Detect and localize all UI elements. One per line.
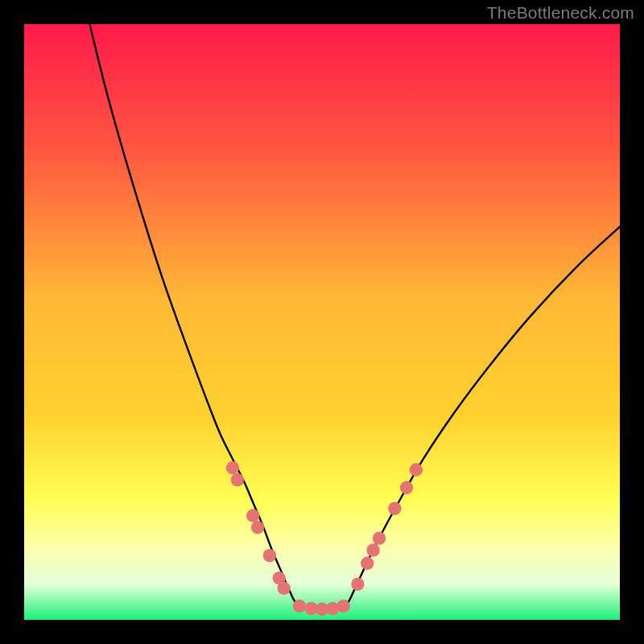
curve-marker — [226, 461, 239, 474]
curve-marker — [361, 557, 374, 570]
chart-svg — [24, 24, 620, 620]
plot-area — [24, 24, 620, 620]
curve-marker — [277, 582, 290, 595]
curve-marker — [293, 600, 306, 613]
curve-marker — [246, 509, 259, 522]
watermark-label: TheBottleneck.com — [487, 3, 634, 23]
curve-marker — [373, 531, 386, 544]
curve-marker — [351, 577, 364, 590]
curve-marker — [231, 473, 244, 486]
curve-marker — [263, 549, 276, 562]
curve-marker — [336, 600, 349, 613]
gradient-bg — [24, 24, 620, 620]
curve-marker — [251, 521, 264, 534]
chart-frame: TheBottleneck.com — [0, 0, 644, 644]
curve-marker — [400, 481, 413, 494]
curve-marker — [366, 543, 379, 556]
curve-marker — [410, 463, 423, 476]
curve-marker — [388, 502, 401, 514]
